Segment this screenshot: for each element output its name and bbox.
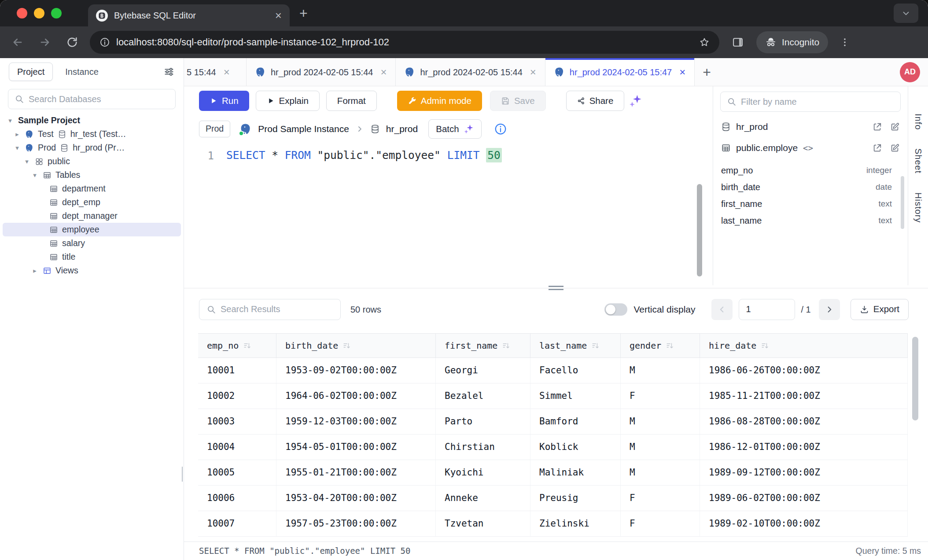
page-info-icon[interactable] [99, 37, 110, 48]
table-cell[interactable]: Bamford [530, 409, 621, 434]
panel-scrollbar[interactable] [901, 176, 904, 229]
info-circle-icon[interactable] [494, 122, 507, 136]
table-cell[interactable]: F [621, 383, 700, 409]
caret-down-icon[interactable]: ▾ [13, 144, 21, 152]
admin-mode-button[interactable]: Admin mode [397, 91, 482, 111]
table-cell[interactable]: Georgi [436, 358, 530, 383]
table-cell[interactable]: 10001 [198, 358, 276, 383]
editor-scrollbar[interactable] [697, 184, 702, 276]
schema-column-row[interactable]: last_nametext [713, 212, 908, 228]
tree-item-sample-project[interactable]: ▾Sample Project [3, 114, 181, 127]
column-header-gender[interactable]: gender [621, 334, 700, 357]
table-cell[interactable]: 10002 [198, 383, 276, 409]
table-cell[interactable]: Koblick [530, 435, 621, 460]
caret-right-icon[interactable]: ▸ [13, 130, 21, 138]
caret-down-icon[interactable]: ▾ [23, 158, 31, 166]
table-cell[interactable]: Chirstian [436, 435, 530, 460]
tab-project[interactable]: Project [9, 63, 53, 81]
filter-settings-icon[interactable] [163, 66, 175, 77]
column-header-birth-date[interactable]: birth_date [276, 334, 436, 357]
tab-search-button[interactable] [894, 4, 918, 23]
close-window-button[interactable] [17, 8, 27, 18]
previous-page-button[interactable] [711, 299, 733, 320]
run-button[interactable]: Run [199, 91, 249, 111]
column-header-first-name[interactable]: first_name [436, 334, 530, 357]
tree-item-dept-emp[interactable]: dept_emp [3, 195, 181, 209]
ai-sparkle-icon[interactable] [629, 94, 643, 108]
panel-tab-sheet[interactable]: Sheet [913, 148, 924, 173]
table-cell[interactable]: Kyoichi [436, 460, 530, 485]
table-cell[interactable]: 10004 [198, 435, 276, 460]
table-cell[interactable]: 1953-09-02T00:00:00Z [276, 358, 436, 383]
bookmark-star-icon[interactable] [699, 37, 710, 48]
table-cell[interactable]: Zielinski [530, 511, 621, 536]
table-cell[interactable]: Preusig [530, 486, 621, 511]
back-icon[interactable] [11, 36, 24, 48]
table-cell[interactable]: M [621, 358, 700, 383]
tree-item-employee[interactable]: employee [3, 223, 181, 236]
table-cell[interactable]: 10006 [198, 486, 276, 511]
table-cell[interactable]: 10005 [198, 460, 276, 485]
table-cell[interactable]: Bezalel [436, 383, 530, 409]
tree-item-department[interactable]: department [3, 182, 181, 195]
table-cell[interactable]: 1959-12-03T00:00:00Z [276, 409, 436, 434]
sql-code-editor[interactable]: 1 SELECT * FROM "public"."employee" LIMI… [184, 143, 713, 285]
close-tab-icon[interactable]: × [530, 67, 536, 77]
table-cell[interactable]: 1989-02-10T00:00:00Z [700, 511, 908, 536]
table-cell[interactable]: M [621, 409, 700, 434]
external-link-icon[interactable] [873, 143, 882, 153]
code-icon[interactable]: <> [803, 143, 813, 153]
table-cell[interactable]: 1953-04-20T00:00:00Z [276, 486, 436, 511]
tree-item-public[interactable]: ▾public [3, 155, 181, 168]
table-cell[interactable]: 1986-08-28T00:00:00Z [700, 409, 908, 434]
database-name[interactable]: hr_prod [386, 123, 418, 134]
editor-tab[interactable]: hr_prod 2024-02-05 15:47× [545, 58, 695, 86]
editor-tab[interactable]: hr_prod 2024-02-05 15:44× [396, 58, 545, 86]
schema-filter-input[interactable] [720, 92, 901, 112]
table-cell[interactable]: 1986-12-01T00:00:00Z [700, 435, 908, 460]
address-bar[interactable]: localhost:8080/sql-editor/prod-sample-in… [90, 31, 719, 54]
splitter-drag-handle[interactable] [549, 286, 563, 290]
tab-instance[interactable]: Instance [65, 66, 99, 77]
close-tab-icon[interactable]: × [380, 67, 387, 77]
table-cell[interactable]: 1986-06-26T00:00:00Z [700, 358, 908, 383]
schema-column-row[interactable]: emp_nointeger [713, 162, 908, 179]
table-cell[interactable]: 1989-06-02T00:00:00Z [700, 486, 908, 511]
vertical-display-toggle[interactable] [604, 303, 627, 316]
table-cell[interactable]: Maliniak [530, 460, 621, 485]
panel-tab-history[interactable]: History [913, 192, 924, 223]
table-cell[interactable]: M [621, 460, 700, 485]
forward-icon[interactable] [39, 36, 51, 48]
caret-down-icon[interactable]: ▾ [31, 171, 39, 179]
reload-icon[interactable] [66, 36, 78, 48]
next-page-button[interactable] [819, 299, 840, 320]
results-scrollbar[interactable] [912, 337, 918, 420]
format-button[interactable]: Format [326, 91, 377, 111]
table-cell[interactable]: 1985-11-21T00:00:00Z [700, 383, 908, 409]
tree-item-views[interactable]: ▸Views [3, 264, 181, 277]
column-header-hire-date[interactable]: hire_date [700, 334, 908, 357]
edit-icon[interactable] [890, 122, 900, 132]
close-tab-icon[interactable]: × [679, 67, 685, 77]
table-cell[interactable]: Simmel [530, 383, 621, 409]
schema-filter-field[interactable] [741, 97, 894, 107]
share-button[interactable]: Share [566, 91, 625, 111]
new-tab-button[interactable]: + [299, 6, 308, 20]
tree-item-test[interactable]: ▸Testhr_test (Test… [3, 127, 181, 141]
table-cell[interactable]: 1957-05-23T00:00:00Z [276, 511, 436, 536]
schema-column-row[interactable]: birth_datedate [713, 179, 908, 195]
table-cell[interactable]: M [621, 435, 700, 460]
database-search-input[interactable] [8, 89, 176, 109]
panel-table-row[interactable]: public.employe <> [713, 137, 908, 158]
table-cell[interactable]: 1989-09-12T00:00:00Z [700, 460, 908, 485]
tree-item-prod[interactable]: ▾Prodhr_prod (Pr… [3, 141, 181, 155]
maximize-window-button[interactable] [51, 8, 62, 18]
external-link-icon[interactable] [873, 122, 882, 132]
close-tab-icon[interactable]: × [224, 67, 230, 77]
panel-database-row[interactable]: hr_prod [713, 116, 908, 137]
table-cell[interactable]: Facello [530, 358, 621, 383]
table-cell[interactable]: F [621, 511, 700, 536]
add-sheet-button[interactable]: + [703, 65, 711, 79]
page-number-input[interactable] [739, 299, 795, 320]
database-search-field[interactable] [29, 94, 169, 104]
